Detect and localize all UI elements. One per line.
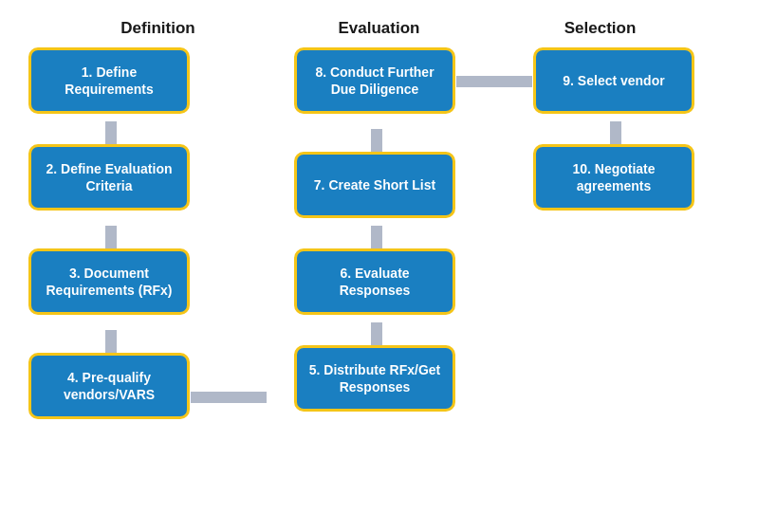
diagram: Definition Evaluation Selection 1. Defin… (0, 0, 758, 532)
connector-v-6-5 (371, 322, 382, 345)
header-selection: Selection (506, 19, 695, 38)
connector-v-3-4 (105, 330, 117, 353)
box-1: 1. Define Requirements (28, 47, 190, 114)
box-6: 6. Evaluate Responses (294, 248, 455, 315)
box-10: 10. Negotiate agreements (533, 144, 694, 211)
connector-v-8-7 (371, 129, 382, 152)
connector-h-8-9 (456, 76, 532, 87)
connector-v-9-10 (610, 121, 621, 144)
column-headers: Definition Evaluation Selection (19, 19, 739, 38)
connector-v-1-2 (105, 121, 117, 144)
box-3: 3. Document Requirements (RFx) (28, 248, 190, 315)
box-5: 5. Distribute RFx/Get Responses (294, 345, 455, 412)
box-7: 7. Create Short List (294, 152, 455, 218)
connector-v-7-6 (371, 226, 382, 248)
box-8: 8. Conduct Further Due Diligence (294, 47, 455, 114)
box-4: 4. Pre-qualify vendors/VARS (28, 353, 190, 419)
box-9: 9. Select vendor (533, 47, 694, 114)
box-2: 2. Define Evaluation Criteria (28, 144, 190, 211)
connector-v-2-3 (105, 226, 117, 248)
header-definition: Definition (64, 19, 253, 38)
header-evaluation: Evaluation (285, 19, 474, 38)
connector-h-4-5 (191, 392, 267, 403)
